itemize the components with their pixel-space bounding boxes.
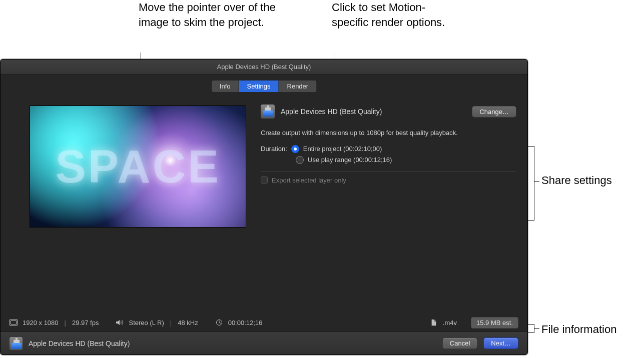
share-destination-icon (10, 337, 23, 350)
window-title: Apple Devices HD (Best Quality) (1, 60, 527, 74)
file-icon (430, 319, 438, 326)
callout-file-information: File information (541, 322, 641, 337)
next-button[interactable]: Next… (483, 338, 518, 349)
footer-preset-name: Apple Devices HD (Best Quality) (29, 340, 130, 348)
duration-label: Duration: (261, 145, 287, 152)
svg-rect-1 (11, 321, 17, 324)
tab-bar: Info Settings Render (212, 80, 316, 92)
radio-play-range-label: Use play range (00:00:12;16) (308, 156, 392, 164)
preview-text: SPACE (30, 140, 246, 193)
share-destination-icon (261, 104, 275, 118)
checkbox-export-selected-layer-label: Export selected layer only (272, 176, 346, 184)
radio-entire-project[interactable] (291, 145, 299, 153)
settings-panel: Apple Devices HD (Best Quality) Change… … (261, 104, 516, 187)
preview-thumbnail[interactable]: SPACE (30, 106, 246, 228)
tab-settings[interactable]: Settings (239, 80, 279, 92)
tab-render[interactable]: Render (279, 80, 317, 92)
status-fps: 29.97 fps (72, 319, 99, 326)
preset-name: Apple Devices HD (Best Quality) (281, 108, 466, 116)
status-sample-rate: 48 kHz (178, 319, 198, 326)
status-audio: Stereo (L R) (129, 319, 164, 326)
tab-info[interactable]: Info (212, 80, 239, 92)
video-frame-icon (10, 319, 18, 326)
share-dialog: Apple Devices HD (Best Quality) Info Set… (0, 59, 528, 355)
bracket (534, 328, 539, 328)
callout-share-settings: Share settings (541, 173, 641, 188)
status-size-estimate: 15.9 MB est. (471, 317, 518, 328)
callout-render: Click to set Motion-specific render opti… (332, 0, 462, 30)
callout-skim: Move the pointer over of the image to sk… (139, 0, 289, 30)
radio-play-range[interactable] (296, 156, 304, 164)
preset-description: Create output with dimensions up to 1080… (261, 128, 516, 138)
change-button[interactable]: Change… (472, 106, 516, 118)
status-extension: .m4v (443, 319, 457, 326)
clock-icon (215, 319, 223, 326)
divider (261, 171, 516, 172)
bracket (534, 181, 539, 182)
speaker-icon (116, 319, 124, 326)
status-bar: 1920 x 1080 | 29.97 fps Stereo (L R) | 4… (1, 314, 527, 332)
status-dimensions: 1920 x 1080 (23, 319, 59, 326)
status-duration: 00:00:12;16 (228, 319, 263, 326)
radio-entire-project-label: Entire project (00:02:10;00) (303, 145, 382, 152)
checkbox-export-selected-layer[interactable] (261, 176, 268, 184)
dialog-footer: Apple Devices HD (Best Quality) Cancel N… (1, 332, 527, 354)
cancel-button[interactable]: Cancel (442, 338, 477, 349)
